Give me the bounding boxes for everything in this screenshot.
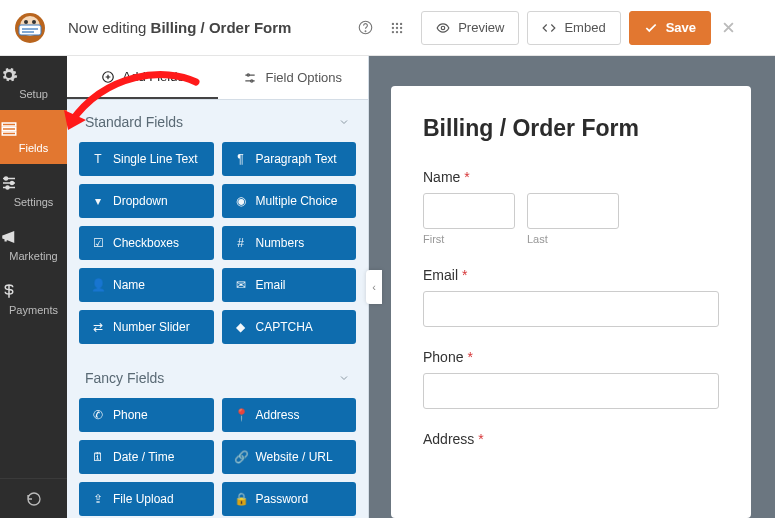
svg-point-5 <box>24 20 28 24</box>
field-number-slider[interactable]: ⇄Number Slider <box>79 310 214 344</box>
close-icon[interactable] <box>721 20 761 35</box>
field-email[interactable]: ✉Email <box>222 268 357 302</box>
field-preview-email[interactable]: Email * <box>423 267 719 327</box>
pin-icon: 📍 <box>234 408 248 422</box>
nav-settings-label: Settings <box>14 196 54 208</box>
save-label: Save <box>666 20 696 35</box>
chevron-down-icon <box>338 116 350 128</box>
required-mark: * <box>467 349 472 365</box>
svg-rect-21 <box>2 132 16 135</box>
history-icon <box>26 491 42 507</box>
svg-point-23 <box>11 182 14 185</box>
field-checkboxes[interactable]: ☑Checkboxes <box>79 226 214 260</box>
svg-rect-2 <box>19 25 41 35</box>
svg-point-10 <box>396 22 398 24</box>
field-preview-name[interactable]: Name * First Last <box>423 169 719 245</box>
sliders-icon <box>0 174 67 192</box>
nav-payments[interactable]: Payments <box>0 272 67 326</box>
form-preview[interactable]: Billing / Order Form Name * First Last E… <box>391 86 751 518</box>
upload-icon: ⇪ <box>91 492 105 506</box>
grid-icon[interactable] <box>383 14 411 42</box>
nav-settings[interactable]: Settings <box>0 164 67 218</box>
save-button[interactable]: Save <box>629 11 711 45</box>
list-icon <box>0 120 67 138</box>
svg-rect-20 <box>2 128 16 131</box>
chevron-down-icon <box>338 372 350 384</box>
svg-point-6 <box>32 20 36 24</box>
field-password[interactable]: 🔒Password <box>222 482 357 516</box>
logo <box>14 12 46 44</box>
link-icon: 🔗 <box>234 450 248 464</box>
field-phone[interactable]: ✆Phone <box>79 398 214 432</box>
nav-fields-label: Fields <box>19 142 48 154</box>
field-preview-phone[interactable]: Phone * <box>423 349 719 409</box>
history-button[interactable] <box>0 478 67 518</box>
svg-point-15 <box>392 30 394 32</box>
tab-add-fields-label: Add Fields <box>123 69 184 84</box>
calendar-icon: 🗓 <box>91 450 105 464</box>
field-multiple-choice[interactable]: ◉Multiple Choice <box>222 184 357 218</box>
group-standard-label: Standard Fields <box>85 114 183 130</box>
svg-point-24 <box>6 186 9 189</box>
slider-icon: ⇄ <box>91 320 105 334</box>
collapse-panel-button[interactable]: ‹ <box>366 270 382 304</box>
preview-label: Preview <box>458 20 504 35</box>
field-preview-address[interactable]: Address * <box>423 431 719 447</box>
field-numbers[interactable]: #Numbers <box>222 226 357 260</box>
user-icon: 👤 <box>91 278 105 292</box>
code-icon <box>542 21 556 35</box>
sublabel-first: First <box>423 233 515 245</box>
input-last-name[interactable] <box>527 193 619 229</box>
gear-icon <box>0 66 67 84</box>
lock-icon: 🔒 <box>234 492 248 506</box>
preview-button[interactable]: Preview <box>421 11 519 45</box>
radio-icon: ◉ <box>234 194 248 208</box>
nav-setup-label: Setup <box>19 88 48 100</box>
nav-marketing-label: Marketing <box>9 250 57 262</box>
required-mark: * <box>464 169 469 185</box>
embed-label: Embed <box>564 20 605 35</box>
svg-point-22 <box>5 177 8 180</box>
field-address[interactable]: 📍Address <box>222 398 357 432</box>
megaphone-icon <box>0 228 67 246</box>
input-email[interactable] <box>423 291 719 327</box>
input-first-name[interactable] <box>423 193 515 229</box>
field-file-upload[interactable]: ⇪File Upload <box>79 482 214 516</box>
field-date-time[interactable]: 🗓Date / Time <box>79 440 214 474</box>
tab-field-options[interactable]: Field Options <box>218 56 369 99</box>
help-icon[interactable] <box>351 14 379 42</box>
group-standard[interactable]: Standard Fields <box>67 100 368 142</box>
nav-marketing[interactable]: Marketing <box>0 218 67 272</box>
field-single-line-text[interactable]: TSingle Line Text <box>79 142 214 176</box>
field-website-url[interactable]: 🔗Website / URL <box>222 440 357 474</box>
svg-point-13 <box>396 26 398 28</box>
hash-icon: # <box>234 236 248 250</box>
svg-point-8 <box>365 31 366 32</box>
dropdown-icon: ▾ <box>91 194 105 208</box>
form-title: Billing / Order Form <box>423 114 719 143</box>
group-fancy[interactable]: Fancy Fields <box>67 356 368 398</box>
now-editing-prefix: Now editing <box>68 19 151 36</box>
input-phone[interactable] <box>423 373 719 409</box>
chevron-left-icon: ‹ <box>372 281 376 293</box>
sliders-icon <box>243 71 257 85</box>
embed-button[interactable]: Embed <box>527 11 620 45</box>
mail-icon: ✉ <box>234 278 248 292</box>
sublabel-last: Last <box>527 233 619 245</box>
plus-circle-icon <box>101 70 115 84</box>
field-paragraph-text[interactable]: ¶Paragraph Text <box>222 142 357 176</box>
field-captcha[interactable]: ◆CAPTCHA <box>222 310 357 344</box>
svg-point-17 <box>400 30 402 32</box>
fields-panel: Add Fields Field Options Standard Fields… <box>67 56 369 518</box>
tab-field-options-label: Field Options <box>265 70 342 85</box>
field-dropdown[interactable]: ▾Dropdown <box>79 184 214 218</box>
text-icon: T <box>91 152 105 166</box>
nav-setup[interactable]: Setup <box>0 56 67 110</box>
svg-point-11 <box>400 22 402 24</box>
svg-point-18 <box>441 26 445 30</box>
tab-add-fields[interactable]: Add Fields <box>67 56 218 99</box>
field-name[interactable]: 👤Name <box>79 268 214 302</box>
dollar-icon <box>0 282 67 300</box>
nav-fields[interactable]: Fields <box>0 110 67 164</box>
now-editing: Now editing Billing / Order Form <box>68 19 291 36</box>
